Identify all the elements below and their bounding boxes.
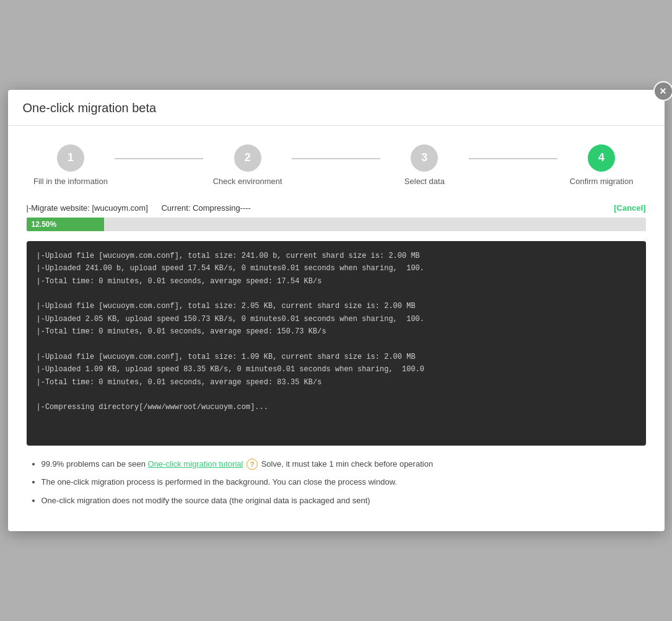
modal-body: 1Fill in the information2Check environme… [8,126,665,532]
step-label-2: Check environment [213,177,282,186]
step-circle-3: 3 [411,144,438,172]
step-label-1: Fill in the information [33,177,108,186]
step-3: 3Select data [380,144,469,186]
step-circle-4: 4 [588,144,615,172]
step-label-3: Select data [404,177,445,186]
step-line-1 [115,158,203,159]
question-icon: ? [247,459,258,470]
migration-status-bar: |-Migrate website: [wucuoym.com] Current… [27,203,646,213]
bullet-2-text: The one-click migration process is perfo… [41,477,397,487]
bullet-1-text-before: 99.9% problems can be seen [41,459,148,469]
log-terminal[interactable]: |-Upload file [wucuoym.com.conf], total … [27,241,646,446]
step-2: 2Check environment [203,144,292,186]
step-circle-1: 1 [57,144,84,172]
step-1: 1Fill in the information [27,144,115,186]
modal-header: One-click migration beta [8,90,665,126]
close-icon: × [660,86,666,97]
step-line-3 [469,158,557,159]
progress-bar-outer: 12.50% [27,218,646,231]
step-line-2 [292,158,380,159]
step-label-4: Confirm migration [570,177,634,186]
bullet-1-text-after: Solve, it must take 1 min check before o… [261,459,433,469]
step-4: 4Confirm migration [557,144,646,186]
stepper: 1Fill in the information2Check environme… [27,138,646,186]
tutorial-link[interactable]: One-click migration tutorial [148,459,243,469]
modal-title: One-click migration beta [23,101,650,115]
modal-container: × One-click migration beta 1Fill in the … [8,90,665,532]
info-bullet-3: One-click migration does not modify the … [41,495,646,507]
info-bullet-1: 99.9% problems can be seen One-click mig… [41,458,646,470]
info-bullet-2: The one-click migration process is perfo… [41,476,646,488]
step-circle-2: 2 [234,144,261,172]
migration-info: |-Migrate website: [wucuoym.com] Current… [27,203,251,213]
progress-bar-inner: 12.50% [27,218,104,231]
current-status-text: Current: Compressing---- [161,203,250,213]
progress-label: 12.50% [32,220,57,229]
close-button[interactable]: × [653,81,673,101]
bullet-3-text: One-click migration does not modify the … [41,496,370,505]
cancel-link[interactable]: [Cancel] [614,203,645,213]
info-bullets-list: 99.9% problems can be seen One-click mig… [27,458,646,507]
migrate-website-text: |-Migrate website: [wucuoym.com] [27,203,148,213]
